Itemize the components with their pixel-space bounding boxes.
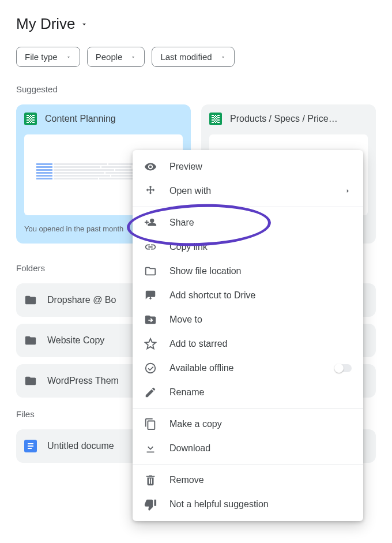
sheets-icon	[24, 113, 37, 125]
sheets-icon	[209, 113, 222, 125]
ctx-make-copy[interactable]: Make a copy	[133, 412, 363, 436]
offline-toggle[interactable]	[334, 364, 352, 372]
ctx-add-shortcut[interactable]: Add shortcut to Drive	[133, 283, 363, 308]
filter-last-modified[interactable]: Last modified	[152, 47, 234, 67]
ctx-available-offline[interactable]: Available offline	[133, 356, 363, 380]
ctx-label: Not a helpful suggestion	[169, 499, 269, 510]
trash-icon	[144, 474, 157, 486]
open-with-icon	[144, 185, 157, 197]
ctx-share[interactable]: Share	[133, 211, 363, 235]
chevron-down-icon	[220, 54, 226, 60]
filter-label: People	[96, 52, 123, 62]
filter-label: Last modified	[160, 52, 212, 62]
ctx-preview[interactable]: Preview	[133, 155, 363, 179]
ctx-label: Show file location	[169, 266, 242, 276]
filter-file-type[interactable]: File type	[16, 47, 80, 67]
ctx-open-with[interactable]: Open with	[133, 179, 363, 203]
edit-icon	[144, 386, 157, 399]
move-to-icon	[144, 313, 157, 326]
folder-icon	[24, 375, 37, 387]
ctx-download[interactable]: Download	[133, 436, 363, 460]
chevron-down-icon	[66, 54, 71, 60]
folder-icon	[24, 334, 37, 347]
chevron-down-icon	[130, 54, 136, 60]
ctx-copy-link[interactable]: Copy link	[133, 235, 363, 259]
ctx-add-starred[interactable]: Add to starred	[133, 332, 363, 356]
ctx-label: Download	[169, 443, 210, 454]
ctx-not-helpful[interactable]: Not a helpful suggestion	[133, 492, 363, 516]
ctx-label: Open with	[169, 186, 211, 196]
link-icon	[144, 241, 157, 253]
card-title: Content Planning	[45, 114, 116, 124]
download-icon	[144, 442, 157, 455]
star-icon	[144, 338, 157, 350]
ctx-label: Move to	[169, 314, 202, 325]
folder-outline-icon	[144, 265, 157, 278]
chevron-right-icon	[344, 187, 352, 195]
shortcut-icon	[144, 289, 157, 302]
filter-people[interactable]: People	[87, 47, 145, 67]
card-title: Products / Specs / Price…	[230, 114, 338, 124]
copy-icon	[144, 418, 157, 430]
ctx-rename[interactable]: Rename	[133, 380, 363, 405]
folder-icon	[24, 294, 37, 306]
ctx-remove[interactable]: Remove	[133, 468, 363, 492]
ctx-label: Add shortcut to Drive	[169, 290, 255, 301]
ctx-label: Make a copy	[169, 419, 222, 429]
page-title: My Drive	[16, 15, 76, 33]
separator	[133, 408, 363, 409]
ctx-label: Remove	[169, 475, 204, 485]
person-add-icon	[144, 216, 157, 229]
ctx-label: Share	[169, 218, 194, 228]
filter-label: File type	[25, 52, 58, 62]
separator	[133, 207, 363, 207]
section-suggested-label: Suggested	[16, 84, 376, 94]
ctx-label: Rename	[169, 387, 204, 398]
docs-icon	[24, 440, 37, 452]
ctx-label: Available offline	[169, 363, 234, 373]
ctx-show-location[interactable]: Show file location	[133, 259, 363, 283]
eye-icon	[144, 160, 157, 173]
ctx-move-to[interactable]: Move to	[133, 308, 363, 332]
thumb-down-icon	[144, 498, 157, 511]
context-menu: Preview Open with Share Copy link Show f…	[133, 150, 363, 521]
offline-icon	[144, 362, 157, 375]
drive-location-dropdown[interactable]: My Drive	[16, 15, 376, 33]
ctx-label: Add to starred	[169, 339, 228, 349]
separator	[133, 464, 363, 465]
ctx-label: Copy link	[169, 242, 208, 252]
chevron-down-icon	[80, 20, 88, 28]
ctx-label: Preview	[169, 162, 202, 172]
